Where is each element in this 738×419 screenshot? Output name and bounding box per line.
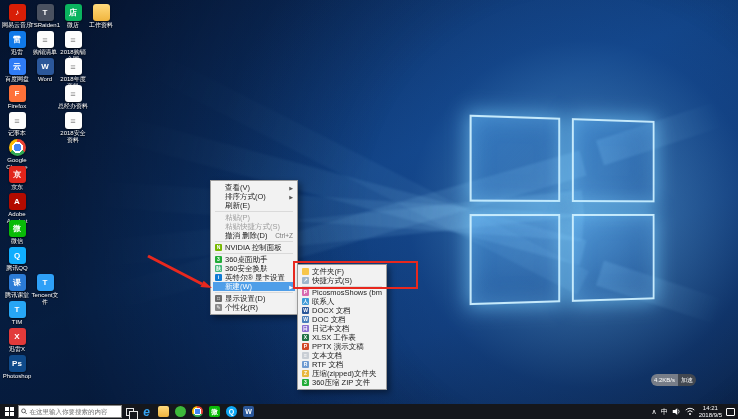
wechat-icon: 微 (209, 406, 220, 417)
desktop-icon-firefox[interactable]: FFirefox (3, 85, 31, 110)
new-submenu-item-shortcut[interactable]: ↗快捷方式(S) (300, 276, 384, 285)
desktop-icon-label: TIM (2, 319, 32, 326)
desktop-icon-label: 记事本 (2, 130, 32, 137)
taskbar-app-qq[interactable]: Q (223, 404, 240, 419)
menu-icon-placeholder (215, 232, 222, 239)
chrome-icon (9, 139, 26, 156)
desktop-icon-label: 网易云音乐 (2, 22, 32, 29)
desktop-icon-label: 购销清单 (30, 49, 60, 56)
menu-icon-placeholder (215, 223, 222, 230)
docx-icon: W (302, 307, 309, 314)
ime-indicator[interactable]: 中 (661, 404, 668, 419)
desktop-icon-tencent-classroom[interactable]: 课腾讯课堂 (3, 274, 31, 299)
txt-icon: ≡ (302, 352, 309, 359)
new-submenu-item-360zip[interactable]: 3360压缩 ZIP 文件 (300, 378, 384, 387)
contracts-2018-doc-icon: ≡ (65, 31, 82, 48)
zip-icon: Z (302, 370, 309, 377)
desktop-icon-word[interactable]: WWord (31, 58, 59, 83)
purchase-list-doc-icon: ≡ (37, 31, 54, 48)
search-icon (21, 408, 27, 415)
desktop-icon-office-doc[interactable]: ≡总经办资料 (59, 85, 87, 110)
desktop-icon-netease-cloud-music[interactable]: ♪网易云音乐 (3, 4, 31, 29)
desktop-icon-thunder-x[interactable]: X迅雷X (3, 328, 31, 353)
desktop-icon-label: 京东 (2, 184, 32, 191)
doc-icon: W (302, 316, 309, 323)
360zip-icon: 3 (302, 379, 309, 386)
desktop-icon-weidian[interactable]: 店微店 (59, 4, 87, 29)
context-menu-item-refresh[interactable]: 刷新(E) (213, 201, 295, 210)
xlsx-icon: X (302, 334, 309, 341)
tencent-classroom-icon: 课 (9, 274, 26, 291)
desktop-icon-tencent-files[interactable]: TTencent文件 (31, 274, 59, 305)
taskbar-app-word[interactable]: W (240, 404, 257, 419)
desktop-icon-wechat[interactable]: 微微信 (3, 220, 31, 245)
menu-item-label: 刷新(E) (225, 201, 293, 211)
desktop-icon-label: Tencent文件 (30, 292, 60, 305)
desktop-icon-label: 迅雷X (2, 346, 32, 353)
desktop-icon-thunder[interactable]: 雷迅雷 (3, 31, 31, 56)
context-menu-item-personalize[interactable]: ✎个性化(R) (213, 303, 295, 312)
volume-icon[interactable] (672, 407, 681, 416)
system-tray: ∧ 中 14:21 2018/9/5 (652, 404, 738, 419)
desktop-icon-photoshop[interactable]: PsPhotoshop (3, 355, 31, 380)
pptx-icon: P (302, 343, 309, 350)
desktop-icon-work-folder[interactable]: 工作资料 (87, 4, 115, 29)
qq-icon: Q (9, 247, 26, 264)
desktop-icon-label: 微店 (58, 22, 88, 29)
taskbar-clock[interactable]: 14:21 2018/9/5 (699, 405, 722, 418)
net-speed-widget[interactable]: 4.2KB/s 加速 (651, 374, 696, 386)
taskbar-app-file-explorer[interactable] (155, 404, 172, 419)
taskbar-app-edge[interactable]: e (138, 404, 155, 419)
thunder-icon: 雷 (9, 31, 26, 48)
qq-icon: Q (226, 406, 237, 417)
desktop-icon-notepad-doc[interactable]: ≡记事本 (3, 112, 31, 137)
shortcut-icon: ↗ (302, 277, 309, 284)
task-view-icon (126, 408, 134, 416)
taskbar-app-chrome[interactable] (189, 404, 206, 419)
baidu-netdisk-icon: 云 (9, 58, 26, 75)
edge-icon: e (141, 406, 152, 417)
desktop-icon-baidu-netdisk[interactable]: 云百度网盘 (3, 58, 31, 83)
desktop-icon-label: TSRaiden1 (30, 22, 60, 29)
taskbar-search[interactable] (18, 405, 122, 418)
menu-shortcut-label: Ctrl+Z (275, 232, 293, 239)
submenu-arrow-icon: ▶ (289, 194, 293, 200)
desktop-icon-tsraiden[interactable]: TTSRaiden1 (31, 4, 59, 29)
desktop-icon-label: Word (30, 76, 60, 83)
hidden-icons-chevron-icon[interactable]: ∧ (652, 404, 657, 419)
context-menu-item-nvidia-control-panel[interactable]: NNVIDIA 控制面板 (213, 243, 295, 252)
desktop-icon-tim[interactable]: TTIM (3, 301, 31, 326)
taskbar-app-wechat[interactable]: 微 (206, 404, 223, 419)
taskbar-app-360-browser[interactable] (172, 404, 189, 419)
menu-item-label: NVIDIA 控制面板 (225, 243, 293, 253)
submenu-arrow-icon: ▶ (289, 284, 293, 290)
word-icon: W (37, 58, 54, 75)
desktop-icon-jd[interactable]: 京京东 (3, 166, 31, 191)
network-wifi-icon[interactable] (685, 407, 695, 416)
desktop-icon-qq[interactable]: Q腾讯QQ (3, 247, 31, 272)
desktop[interactable]: ♪网易云音乐雷迅雷云百度网盘FFirefox≡记事本Google Chrome京… (0, 0, 738, 419)
office-doc-icon: ≡ (65, 85, 82, 102)
file-explorer-icon (158, 406, 169, 417)
new-submenu-separator (302, 286, 382, 287)
menu-item-label: 快捷方式(S) (312, 276, 382, 286)
context-menu-item-new[interactable]: 新建(W)▶ (213, 282, 295, 291)
desktop-icon-purchase-list-doc[interactable]: ≡购销清单 (31, 31, 59, 56)
start-button[interactable] (0, 404, 18, 419)
search-input[interactable] (29, 408, 119, 415)
context-menu-item-undo-delete[interactable]: 撤消 删除(D)Ctrl+Z (213, 231, 295, 240)
desktop-icon-safety-2018-doc[interactable]: ≡2018安全资料 (59, 112, 87, 143)
tencent-files-icon: T (37, 274, 54, 291)
menu-icon-placeholder (215, 202, 222, 209)
thunder-x-icon: X (9, 328, 26, 345)
desktop-icon-label: 迅雷 (2, 49, 32, 56)
360-browser-icon (175, 406, 186, 417)
action-center-icon[interactable] (726, 408, 735, 416)
jd-icon: 京 (9, 166, 26, 183)
net-speed-label: 加速 (678, 374, 696, 386)
desktop-context-menu: 查看(V)▶排序方式(O)▶刷新(E)粘贴(P)粘贴快捷方式(S)撤消 删除(D… (210, 180, 298, 315)
taskbar-pinned-apps: e微QW (138, 404, 257, 419)
menu-item-label: 360压缩 ZIP 文件 (312, 378, 382, 388)
task-view-button[interactable] (122, 404, 138, 419)
nvidia-control-panel-icon: N (215, 244, 222, 251)
